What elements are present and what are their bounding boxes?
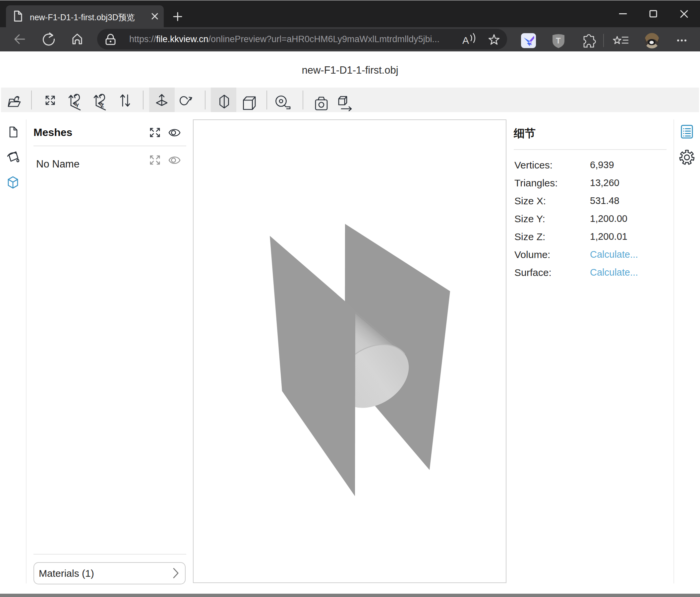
svg-text:Z: Z <box>101 102 104 108</box>
svg-text:A: A <box>462 35 469 46</box>
svg-text:T: T <box>556 36 561 45</box>
svg-text:Y: Y <box>76 102 79 108</box>
